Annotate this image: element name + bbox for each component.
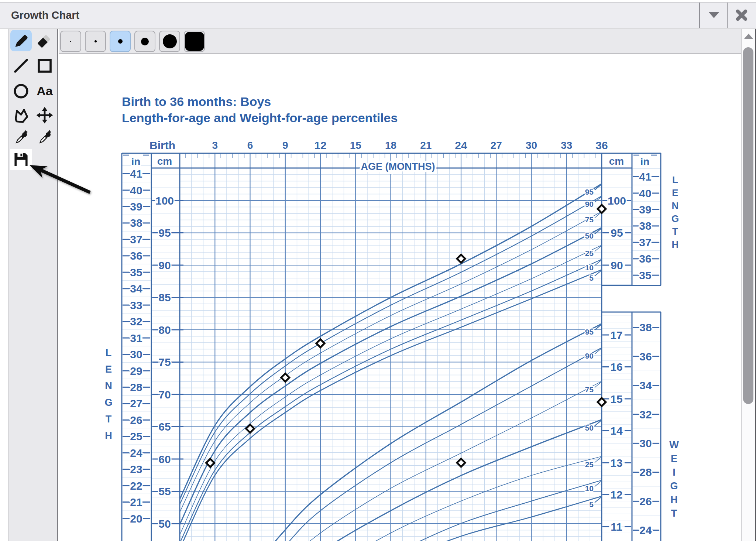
tool-line[interactable] [10, 55, 32, 76]
eyedropper-icon [12, 129, 30, 147]
rectangle-icon [36, 57, 54, 75]
tool-eraser[interactable] [34, 30, 55, 51]
brush-dot-icon [141, 38, 149, 45]
vertical-scrollbar[interactable] [741, 29, 755, 541]
polygon-icon [12, 106, 30, 124]
tool-polygon[interactable] [10, 105, 32, 126]
brush-size-toolbar [59, 29, 741, 54]
move-icon [36, 106, 54, 124]
ellipse-icon [12, 82, 30, 100]
brush-size-1[interactable] [60, 31, 81, 52]
brush-dot-icon [118, 39, 123, 44]
brush-size-3[interactable] [110, 31, 131, 52]
eyedropper-icon [36, 129, 54, 147]
chevron-down-icon [709, 12, 719, 18]
window-left-margin [0, 29, 8, 541]
brush-dot-icon [94, 40, 97, 42]
eraser-icon [36, 32, 54, 49]
brush-dot-icon [70, 41, 71, 42]
brush-size-6[interactable] [184, 31, 205, 52]
tool-color-picker-alt[interactable] [34, 127, 55, 149]
pen-icon [12, 32, 30, 49]
tool-color-picker[interactable] [10, 127, 32, 149]
line-icon [12, 57, 30, 75]
tool-pen[interactable] [10, 30, 32, 51]
tool-ellipse[interactable] [10, 80, 32, 102]
text-tool-icon: Aa [37, 84, 52, 98]
tool-text[interactable]: Aa [34, 80, 55, 102]
brush-size-5[interactable] [159, 31, 180, 52]
brush-dot-icon [185, 32, 204, 51]
brush-size-4[interactable] [134, 31, 155, 52]
tool-move[interactable] [34, 105, 55, 126]
close-icon [735, 8, 749, 22]
tool-palette: Aa [9, 29, 58, 541]
brush-dot-icon [163, 34, 177, 48]
brush-size-2[interactable] [85, 31, 106, 52]
chart-title-line1: Birth to 36 months: Boys [122, 95, 271, 109]
tool-rectangle[interactable] [34, 55, 55, 76]
tool-save[interactable] [10, 149, 32, 170]
close-button[interactable] [727, 3, 755, 28]
collapse-button[interactable] [699, 3, 728, 28]
chart-title-line2: Length-for-age and Weight-for-age percen… [122, 111, 398, 125]
window-title: Growth Chart [0, 9, 79, 21]
canvas[interactable] [59, 55, 741, 541]
window-titlebar[interactable]: Growth Chart [0, 2, 756, 28]
scroll-up-icon[interactable] [744, 34, 753, 39]
save-icon [12, 151, 30, 168]
scrollbar-thumb[interactable] [743, 47, 753, 404]
